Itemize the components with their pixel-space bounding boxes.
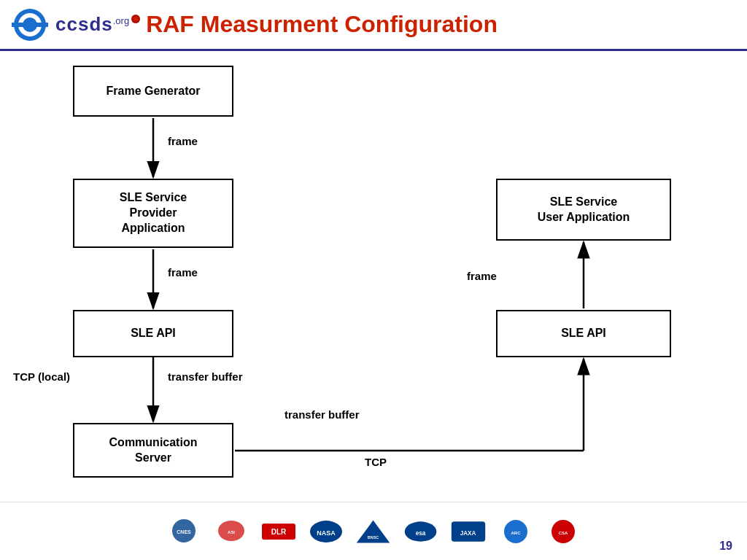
- frame-generator-box: Frame Generator: [73, 66, 233, 117]
- jaxa-logo: JAXA: [450, 517, 487, 546]
- sle-api-right-box: SLE API: [496, 310, 671, 357]
- svg-text:CNES: CNES: [177, 529, 191, 534]
- footer-logos: CNES ASI DLR NASA: [0, 517, 747, 546]
- frame-label-1: frame: [168, 135, 198, 147]
- svg-text:esa: esa: [416, 529, 426, 536]
- svg-text:JAXA: JAXA: [460, 529, 476, 536]
- ccsds-logo-icon: [12, 7, 55, 43]
- svg-text:ARC: ARC: [511, 531, 521, 535]
- svg-rect-3: [12, 23, 48, 27]
- logo2: ASI: [213, 517, 249, 546]
- header: ccsds .org RAF Measurment Configuration: [0, 0, 747, 51]
- sle-api-left-box: SLE API: [73, 310, 233, 357]
- diagram-area: Frame Generator SLE Service Provider App…: [0, 51, 747, 502]
- page-title: RAF Measurment Configuration: [146, 11, 498, 38]
- svg-text:DLR: DLR: [271, 528, 287, 536]
- svg-text:CSA: CSA: [558, 531, 568, 535]
- csa-logo: CSA: [545, 517, 581, 546]
- dlr-logo: DLR: [260, 517, 297, 546]
- logo-org-text: .org: [113, 15, 129, 26]
- esa-logo: esa: [403, 517, 439, 546]
- bnsc-logo: BNSC: [355, 517, 392, 546]
- logo-text: ccsds: [55, 13, 113, 36]
- svg-text:NASA: NASA: [317, 529, 336, 537]
- page-number: 19: [719, 540, 732, 553]
- arc-logo: ARC: [498, 517, 534, 546]
- svg-text:ASI: ASI: [227, 530, 234, 534]
- sle-provider-box: SLE Service Provider Application: [73, 179, 233, 248]
- logo-dot-icon: [131, 15, 140, 23]
- tcp-local-label: TCP (local): [13, 370, 70, 383]
- transfer-buffer-left-label: transfer buffer: [168, 370, 243, 383]
- sle-user-box: SLE Service User Application: [496, 179, 671, 241]
- nasa-logo: NASA: [308, 517, 344, 546]
- frame-label-2: frame: [168, 266, 198, 279]
- cnes-logo: CNES: [166, 517, 202, 546]
- svg-text:BNSC: BNSC: [368, 535, 379, 540]
- logo-area: ccsds .org: [12, 7, 140, 43]
- comm-server-box: Communication Server: [73, 423, 233, 478]
- tcp-label: TCP: [365, 456, 387, 468]
- footer: CNES ASI DLR NASA: [0, 502, 747, 560]
- frame-label-right: frame: [467, 270, 497, 282]
- transfer-buffer-center-label: transfer buffer: [285, 408, 360, 421]
